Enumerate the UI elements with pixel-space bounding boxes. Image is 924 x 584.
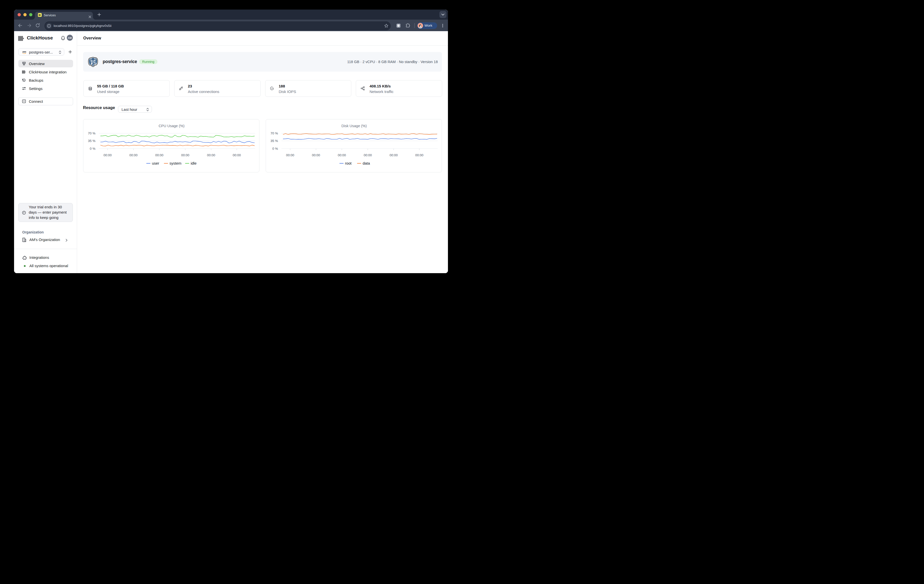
svg-text:35 %: 35 %: [271, 139, 278, 143]
svg-text:00:00: 00:00: [415, 153, 423, 157]
svg-text:00:00: 00:00: [286, 153, 294, 157]
svg-text:idle: idle: [191, 161, 196, 165]
svg-text:00:00: 00:00: [181, 153, 189, 157]
svg-text:00:00: 00:00: [233, 153, 241, 157]
svg-text:00:00: 00:00: [363, 153, 372, 157]
svg-text:system: system: [170, 161, 182, 165]
svg-text:00:00: 00:00: [312, 153, 320, 157]
svg-text:Disk Usage (%): Disk Usage (%): [341, 124, 366, 128]
svg-text:70 %: 70 %: [88, 131, 96, 135]
svg-text:root: root: [345, 161, 352, 165]
svg-text:00:00: 00:00: [104, 153, 112, 157]
svg-text:00:00: 00:00: [129, 153, 138, 157]
svg-text:00:00: 00:00: [155, 153, 163, 157]
svg-text:user: user: [152, 161, 159, 165]
svg-text:0 %: 0 %: [90, 147, 96, 151]
svg-text:70 %: 70 %: [271, 131, 278, 135]
svg-text:CPU Usage (%): CPU Usage (%): [158, 124, 184, 128]
svg-text:35 %: 35 %: [88, 139, 96, 143]
svg-text:aws: aws: [22, 51, 26, 53]
svg-text:00:00: 00:00: [338, 153, 346, 157]
svg-text:00:00: 00:00: [389, 153, 398, 157]
svg-text:data: data: [363, 161, 370, 165]
svg-text:0 %: 0 %: [272, 147, 278, 151]
svg-text:00:00: 00:00: [207, 153, 215, 157]
